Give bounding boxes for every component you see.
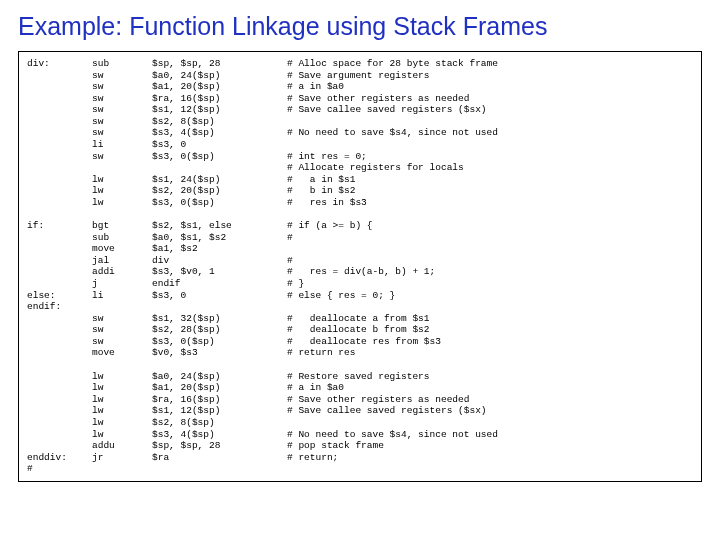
- operands-col: $s2, $s1, else: [152, 220, 287, 232]
- comment-col: # b in $s2: [287, 185, 693, 197]
- code-listing: div:sub$sp, $sp, 28# Alloc space for 28 …: [18, 51, 702, 482]
- operands-col: endif: [152, 278, 287, 290]
- label-col: [27, 324, 92, 336]
- code-line: sw$s3, 0($sp)# int res = 0;: [27, 151, 693, 163]
- label-col: [27, 81, 92, 93]
- code-line: addu$sp, $sp, 28# pop stack frame: [27, 440, 693, 452]
- operands-col: $ra, 16($sp): [152, 93, 287, 105]
- operands-col: $s3, 0($sp): [152, 197, 287, 209]
- opcode-col: lw: [92, 382, 152, 394]
- code-line: enddiv:jr$ra# return;: [27, 452, 693, 464]
- operands-col: $a0, 24($sp): [152, 371, 287, 383]
- opcode-col: sw: [92, 336, 152, 348]
- comment-col: # No need to save $s4, since not used: [287, 429, 693, 441]
- operands-col: $s1, 12($sp): [152, 104, 287, 116]
- code-line: jendif# }: [27, 278, 693, 290]
- operands-col: $s3, $v0, 1: [152, 266, 287, 278]
- operands-col: $s3, 4($sp): [152, 429, 287, 441]
- opcode-col: sw: [92, 313, 152, 325]
- comment-col: # deallocate res from $s3: [287, 336, 693, 348]
- label-col: [27, 429, 92, 441]
- comment-col: # return res: [287, 347, 693, 359]
- opcode-col: move: [92, 243, 152, 255]
- comment-col: # a in $a0: [287, 81, 693, 93]
- comment-col: # int res = 0;: [287, 151, 693, 163]
- comment-col: # Save other registers as needed: [287, 394, 693, 406]
- code-line: #: [27, 463, 693, 475]
- comment-col: # deallocate a from $s1: [287, 313, 693, 325]
- comment-col: # if (a >= b) {: [287, 220, 693, 232]
- code-line: lw$s2, 8($sp): [27, 417, 693, 429]
- comment-col: # deallocate b from $s2: [287, 324, 693, 336]
- comment-col: [287, 139, 693, 151]
- label-col: [27, 266, 92, 278]
- code-line: jaldiv#: [27, 255, 693, 267]
- comment-col: [287, 116, 693, 128]
- opcode-col: li: [92, 139, 152, 151]
- code-line: addi$s3, $v0, 1# res = div(a-b, b) + 1;: [27, 266, 693, 278]
- code-line: endif:: [27, 301, 693, 313]
- code-line: lw$a1, 20($sp)# a in $a0: [27, 382, 693, 394]
- operands-col: [152, 463, 287, 475]
- code-line: # Allocate registers for locals: [27, 162, 693, 174]
- opcode-col: j: [92, 278, 152, 290]
- opcode-col: lw: [92, 394, 152, 406]
- opcode-col: lw: [92, 174, 152, 186]
- operands-col: $s2, 20($sp): [152, 185, 287, 197]
- label-col: else:: [27, 290, 92, 302]
- code-line: sw$a0, 24($sp)# Save argument registers: [27, 70, 693, 82]
- opcode-col: sw: [92, 324, 152, 336]
- slide: Example: Function Linkage using Stack Fr…: [0, 0, 720, 540]
- label-col: [27, 313, 92, 325]
- opcode-col: jr: [92, 452, 152, 464]
- label-col: [27, 185, 92, 197]
- opcode-col: sw: [92, 151, 152, 163]
- comment-col: # Alloc space for 28 byte stack frame: [287, 58, 693, 70]
- comment-col: # }: [287, 278, 693, 290]
- operands-col: [152, 162, 287, 174]
- opcode-col: jal: [92, 255, 152, 267]
- operands-col: $s3, 0: [152, 290, 287, 302]
- code-line: sub$a0, $s1, $s2#: [27, 232, 693, 244]
- operands-col: $a0, $s1, $s2: [152, 232, 287, 244]
- page-title: Example: Function Linkage using Stack Fr…: [18, 12, 702, 41]
- label-col: [27, 347, 92, 359]
- label-col: [27, 139, 92, 151]
- opcode-col: move: [92, 347, 152, 359]
- operands-col: $s1, 12($sp): [152, 405, 287, 417]
- opcode-col: sw: [92, 93, 152, 105]
- code-line: lw$s2, 20($sp)# b in $s2: [27, 185, 693, 197]
- label-col: [27, 70, 92, 82]
- operands-col: div: [152, 255, 287, 267]
- blank-line: [27, 359, 693, 371]
- opcode-col: sw: [92, 104, 152, 116]
- operands-col: $s3, 0: [152, 139, 287, 151]
- code-line: sw$a1, 20($sp)# a in $a0: [27, 81, 693, 93]
- comment-col: # Restore saved registers: [287, 371, 693, 383]
- label-col: [27, 336, 92, 348]
- code-line: lw$s3, 0($sp)# res in $s3: [27, 197, 693, 209]
- comment-col: [287, 243, 693, 255]
- opcode-col: lw: [92, 371, 152, 383]
- code-line: move$v0, $s3# return res: [27, 347, 693, 359]
- label-col: [27, 197, 92, 209]
- code-line: sw$ra, 16($sp)# Save other registers as …: [27, 93, 693, 105]
- opcode-col: sub: [92, 232, 152, 244]
- label-col: [27, 417, 92, 429]
- comment-col: # a in $s1: [287, 174, 693, 186]
- comment-col: # a in $a0: [287, 382, 693, 394]
- code-line: sw$s2, 28($sp)# deallocate b from $s2: [27, 324, 693, 336]
- code-line: sw$s2, 8($sp): [27, 116, 693, 128]
- comment-col: # res in $s3: [287, 197, 693, 209]
- opcode-col: addu: [92, 440, 152, 452]
- operands-col: $s3, 4($sp): [152, 127, 287, 139]
- label-col: [27, 151, 92, 163]
- code-line: lw$s3, 4($sp)# No need to save $s4, sinc…: [27, 429, 693, 441]
- opcode-col: [92, 162, 152, 174]
- opcode-col: lw: [92, 429, 152, 441]
- code-line: sw$s1, 12($sp)# Save callee saved regist…: [27, 104, 693, 116]
- code-line: lw$a0, 24($sp)# Restore saved registers: [27, 371, 693, 383]
- label-col: [27, 382, 92, 394]
- operands-col: $s3, 0($sp): [152, 336, 287, 348]
- code-line: if:bgt$s2, $s1, else# if (a >= b) {: [27, 220, 693, 232]
